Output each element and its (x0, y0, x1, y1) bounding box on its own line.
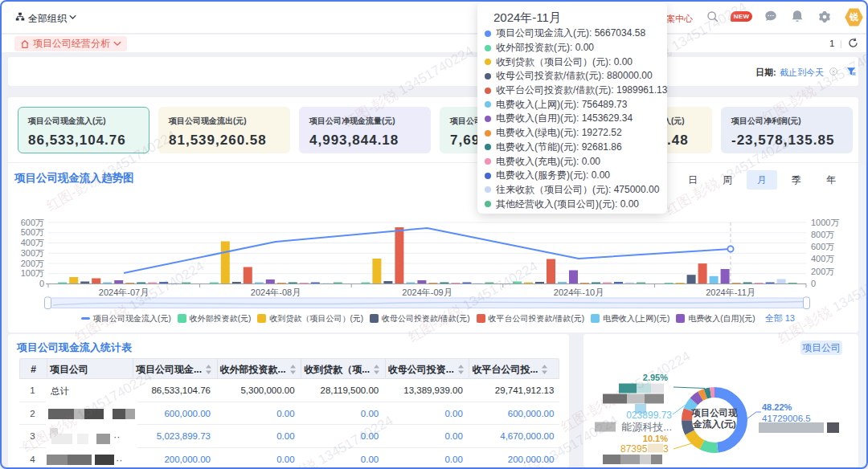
svg-text:400万: 400万 (811, 254, 834, 263)
svg-text:2024年-09月: 2024年-09月 (402, 288, 452, 297)
svg-text:600万: 600万 (21, 218, 44, 227)
svg-text:41729006.5: 41729006.5 (762, 414, 811, 423)
svg-text:87395: 87395 (620, 443, 648, 455)
svg-text:2024年-08月: 2024年-08月 (251, 288, 301, 297)
svg-text:1000万: 1000万 (811, 218, 839, 227)
svg-text:能源科技...: 能源科技... (621, 421, 672, 433)
svg-text:500万: 500万 (21, 227, 44, 237)
svg-text:100万: 100万 (21, 268, 44, 278)
svg-text:600万: 600万 (811, 242, 834, 251)
svg-text:200万: 200万 (811, 267, 834, 276)
svg-text:项目公司现: 项目公司现 (690, 408, 738, 418)
svg-text:48.22%: 48.22% (762, 402, 792, 412)
svg-text:400万: 400万 (21, 238, 44, 247)
svg-text:2024年-07月: 2024年-07月 (99, 288, 149, 297)
svg-text:2.95%: 2.95% (643, 373, 668, 382)
svg-text:金流入(元): 金流入(元) (692, 418, 736, 430)
svg-text:0: 0 (811, 279, 816, 288)
svg-text:2024年-10月: 2024年-10月 (554, 288, 604, 297)
svg-text:2024年-11月: 2024年-11月 (706, 288, 755, 297)
svg-text:300万: 300万 (21, 248, 44, 258)
svg-text:0: 0 (39, 279, 44, 288)
svg-text:200万: 200万 (21, 259, 44, 268)
svg-text:10.1%: 10.1% (643, 434, 668, 443)
svg-text:023899.73: 023899.73 (626, 410, 672, 421)
svg-text:800万: 800万 (811, 230, 834, 239)
svg-text:3: 3 (663, 443, 669, 455)
